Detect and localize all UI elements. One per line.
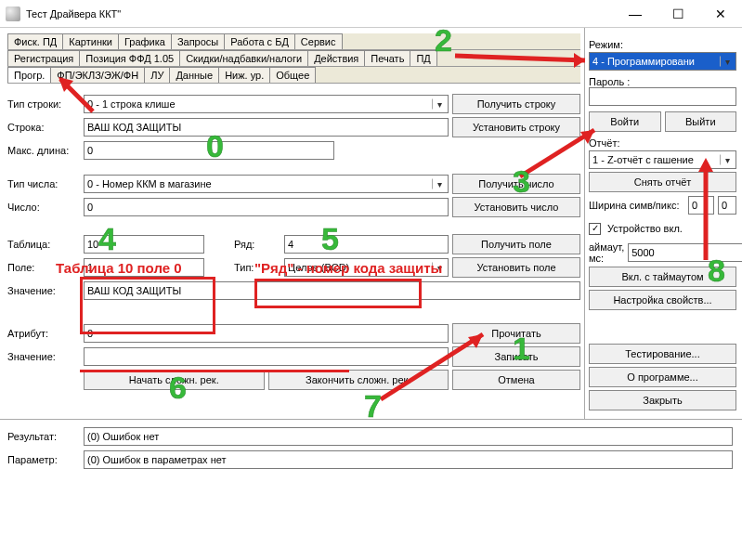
max-length-label: Макс. длина:	[7, 145, 80, 156]
close-window-button[interactable]: ✕	[699, 0, 742, 28]
svg-marker-7	[698, 158, 713, 172]
logout-button[interactable]: Выйти	[665, 111, 737, 132]
field-input[interactable]	[84, 258, 204, 277]
table-label: Таблица:	[7, 239, 80, 250]
set-number-button[interactable]: Установить число	[452, 197, 580, 217]
field-label: Поле:	[7, 262, 80, 273]
password-label: Пароль :	[589, 76, 736, 87]
row-label: Ряд:	[234, 239, 280, 250]
string-label: Строка:	[7, 122, 80, 133]
row-input[interactable]	[284, 235, 449, 254]
type-select[interactable]: Целое (BCD)	[284, 258, 449, 277]
device-on-checkbox[interactable]: ✓	[589, 223, 601, 235]
properties-button[interactable]: Настройка свойств...	[589, 290, 736, 310]
about-button[interactable]: О программе...	[589, 367, 736, 387]
value-label: Значение:	[7, 285, 80, 296]
minimize-button[interactable]: —	[614, 0, 657, 28]
tab-tabs1-0[interactable]: Фиск. ПД	[7, 33, 63, 49]
tab-tabs1-4[interactable]: Работа с БД	[224, 33, 295, 49]
timeout-label: аймаут, мс:	[589, 241, 624, 264]
tab-tabs2-2[interactable]: Скидки/надбавки/налоги	[179, 50, 308, 66]
number-input[interactable]	[84, 198, 449, 216]
close-button[interactable]: Закрыть	[589, 390, 736, 410]
value2-label: Значение:	[7, 351, 80, 362]
window-title: Тест Драйвера ККТ"	[26, 8, 614, 20]
table-input[interactable]	[84, 235, 204, 254]
tab-tabs1-2[interactable]: Графика	[118, 33, 172, 49]
svg-line-2	[520, 130, 594, 176]
max-length-input[interactable]	[84, 141, 334, 160]
get-field-button[interactable]: Получить поле	[452, 234, 580, 254]
tab-tabs3-5[interactable]: Общее	[269, 67, 316, 83]
tab-tabs2-0[interactable]: Регистрация	[7, 50, 80, 66]
string-type-select[interactable]: 0 - 1 строка клише	[84, 95, 449, 113]
parameter-input	[84, 450, 733, 469]
result-label: Результат:	[7, 431, 80, 442]
mode-select[interactable]: 4 - Программировани	[589, 52, 736, 71]
tab-tabs3-4[interactable]: Ниж. ур.	[218, 67, 270, 83]
enable-timeout-button[interactable]: Вкл. с таймаутом	[589, 267, 736, 287]
tab-tabs2-5[interactable]: ПД	[410, 50, 436, 66]
svg-line-0	[455, 56, 585, 60]
string-input[interactable]	[84, 118, 449, 137]
tab-tabs1-3[interactable]: Запросы	[171, 33, 225, 49]
number-type-select[interactable]: 0 - Номер ККМ в магазине	[84, 175, 449, 193]
tab-tabs1-1[interactable]: Картинки	[62, 33, 119, 49]
svg-line-4	[381, 334, 483, 399]
result-input	[84, 427, 733, 446]
password-input[interactable]	[589, 87, 736, 106]
number-label: Число:	[7, 202, 80, 213]
set-field-button[interactable]: Установить поле	[452, 257, 580, 278]
tab-tabs1-5[interactable]: Сервис	[294, 33, 343, 49]
app-icon	[6, 7, 20, 21]
tab-tabs3-3[interactable]: Данные	[169, 67, 219, 83]
tab-tabs2-3[interactable]: Действия	[307, 50, 365, 66]
maximize-button[interactable]: ☐	[657, 0, 699, 28]
number-type-label: Тип числа:	[7, 178, 80, 189]
svg-marker-1	[574, 53, 585, 68]
tab-tabs3-2[interactable]: ЛУ	[144, 67, 170, 83]
testing-button[interactable]: Тестирование...	[589, 344, 736, 364]
attribute-label: Атрибут:	[7, 328, 80, 339]
tab-tabs2-4[interactable]: Печать	[364, 50, 410, 66]
tab-tabs2-1[interactable]: Позиция ФФД 1.05	[79, 50, 180, 66]
tab-tabs3-0[interactable]: Прогр.	[7, 67, 51, 83]
mode-label: Режим:	[589, 39, 736, 50]
begin-complex-button[interactable]: Начать сложн. рек.	[84, 370, 265, 390]
parameter-label: Параметр:	[7, 454, 80, 465]
type-label: Тип:	[234, 262, 280, 273]
